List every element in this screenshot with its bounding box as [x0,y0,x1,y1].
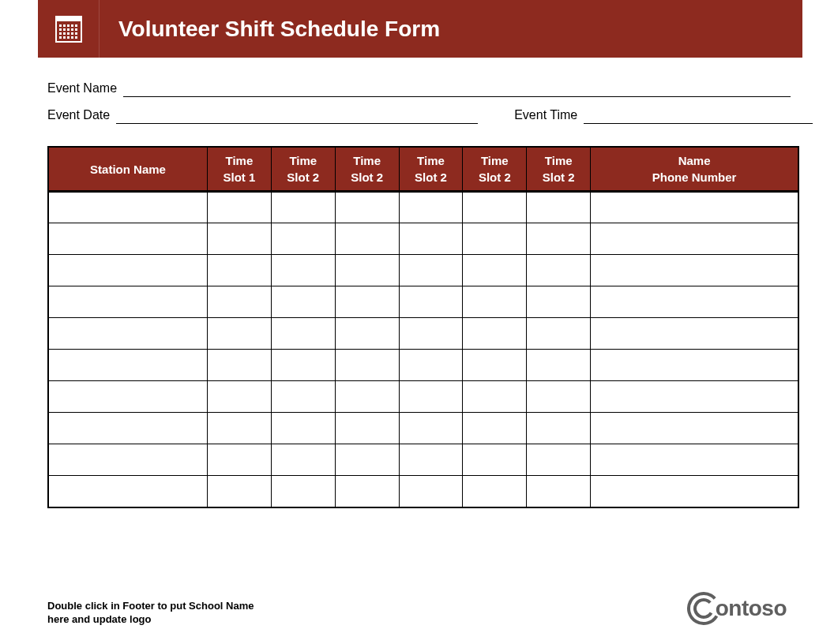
table-cell [527,413,591,444]
cell-input[interactable] [339,350,396,380]
cell-input[interactable] [211,476,268,507]
cell-input[interactable] [52,476,204,507]
cell-input[interactable] [211,444,268,475]
cell-input[interactable] [211,193,268,223]
page-title: Volunteer Shift Schedule Form [100,17,802,42]
cell-input[interactable] [466,193,523,223]
cell-input[interactable] [530,350,587,380]
cell-input[interactable] [339,223,396,254]
cell-input[interactable] [339,444,396,475]
cell-input[interactable] [403,444,460,475]
cell-input[interactable] [466,318,523,349]
cell-input[interactable] [275,193,332,223]
table-cell [591,413,798,444]
table-cell [335,192,399,223]
cell-input[interactable] [275,223,332,254]
svg-rect-15 [71,32,73,35]
table-cell [463,381,527,413]
cell-input[interactable] [594,444,795,475]
cell-input[interactable] [403,350,460,380]
cell-input[interactable] [530,476,587,507]
cell-input[interactable] [594,255,795,286]
cell-input[interactable] [530,223,587,254]
cell-input[interactable] [211,223,268,254]
cell-input[interactable] [52,193,204,223]
table-cell [527,223,591,255]
cell-input[interactable] [466,350,523,380]
event-date-input[interactable] [116,108,478,124]
cell-input[interactable] [275,350,332,380]
table-cell [399,381,463,413]
table-cell [335,318,399,350]
event-time-input[interactable] [584,108,813,124]
cell-input[interactable] [52,413,204,444]
cell-input[interactable] [52,286,204,317]
cell-input[interactable] [594,318,795,349]
cell-input[interactable] [530,193,587,223]
cell-input[interactable] [403,223,460,254]
cell-input[interactable] [403,193,460,223]
cell-input[interactable] [466,223,523,254]
cell-input[interactable] [530,381,587,412]
cell-input[interactable] [211,413,268,444]
footer: Double click in Footer to put School Nam… [47,590,787,627]
cell-input[interactable] [530,413,587,444]
cell-input[interactable] [403,286,460,317]
cell-input[interactable] [594,350,795,380]
table-cell [48,318,207,350]
table-cell [271,286,335,318]
cell-input[interactable] [275,318,332,349]
cell-input[interactable] [403,413,460,444]
cell-input[interactable] [403,318,460,349]
cell-input[interactable] [211,286,268,317]
cell-input[interactable] [339,286,396,317]
cell-input[interactable] [339,318,396,349]
cell-input[interactable] [403,476,460,507]
table-row [48,223,798,255]
cell-input[interactable] [339,381,396,412]
cell-input[interactable] [403,381,460,412]
cell-input[interactable] [466,444,523,475]
cell-input[interactable] [52,444,204,475]
cell-input[interactable] [211,318,268,349]
cell-input[interactable] [594,286,795,317]
svg-rect-2 [59,24,62,27]
event-name-field: Event Name [47,81,791,97]
cell-input[interactable] [211,381,268,412]
cell-input[interactable] [52,350,204,380]
cell-input[interactable] [275,286,332,317]
cell-input[interactable] [275,255,332,286]
cell-input[interactable] [594,381,795,412]
cell-input[interactable] [594,476,795,507]
cell-input[interactable] [530,318,587,349]
cell-input[interactable] [530,286,587,317]
cell-input[interactable] [275,476,332,507]
cell-input[interactable] [275,444,332,475]
cell-input[interactable] [594,413,795,444]
cell-input[interactable] [339,476,396,507]
cell-input[interactable] [530,444,587,475]
cell-input[interactable] [211,350,268,380]
cell-input[interactable] [466,476,523,507]
cell-input[interactable] [594,193,795,223]
cell-input[interactable] [275,381,332,412]
cell-input[interactable] [339,413,396,444]
cell-input[interactable] [339,193,396,223]
cell-input[interactable] [594,223,795,254]
cell-input[interactable] [52,318,204,349]
event-name-input[interactable] [123,81,791,97]
cell-input[interactable] [52,223,204,254]
cell-input[interactable] [403,255,460,286]
cell-input[interactable] [52,255,204,286]
cell-input[interactable] [466,255,523,286]
cell-input[interactable] [530,255,587,286]
cell-input[interactable] [466,413,523,444]
cell-input[interactable] [211,255,268,286]
cell-input[interactable] [466,381,523,412]
table-cell [207,444,271,476]
table-cell [207,223,271,255]
cell-input[interactable] [275,413,332,444]
cell-input[interactable] [339,255,396,286]
cell-input[interactable] [466,286,523,317]
cell-input[interactable] [52,381,204,412]
